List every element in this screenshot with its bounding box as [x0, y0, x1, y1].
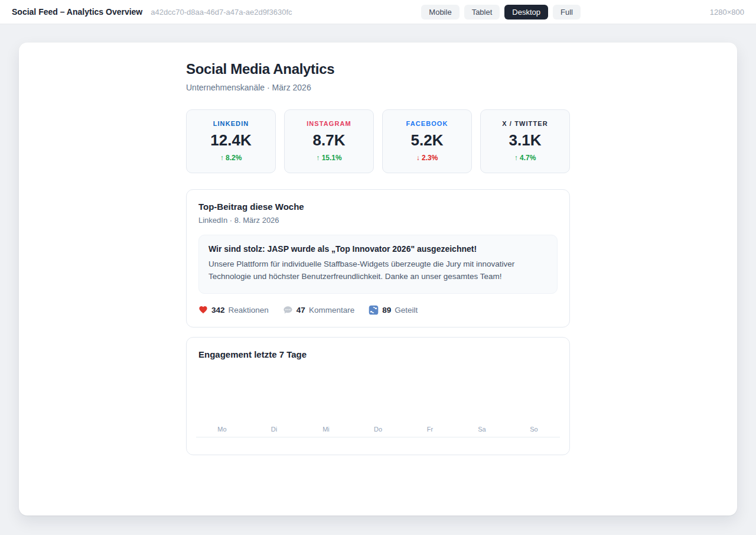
chart-day-label: Do	[352, 426, 404, 433]
follower-count: 3.1K	[484, 131, 566, 150]
trend-delta: ↑ 4.7%	[484, 154, 566, 162]
topbar: Social Feed – Analytics Overview a42dcc7…	[0, 0, 756, 24]
post-headline: Wir sind stolz: JASP wurde als „Top Inno…	[208, 244, 548, 254]
viewport-size-label: 1280×800	[710, 8, 744, 17]
platform-stat-card: FACEBOOK 5.2K ↓ 2.3%	[382, 109, 472, 173]
shares-count: 89	[382, 306, 391, 314]
chart-baseline	[196, 437, 560, 437]
chart-day-label: Sa	[456, 426, 508, 433]
shares-label: Geteilt	[395, 306, 418, 314]
trend-delta: ↓ 2.3%	[386, 154, 468, 162]
top-post-meta: LinkedIn · 8. März 2026	[198, 216, 558, 225]
platform-stats-row: LINKEDIN 12.4K ↑ 8.2% INSTAGRAM 8.7K ↑ 1…	[186, 109, 570, 173]
follower-count: 5.2K	[386, 131, 468, 150]
topbar-left: Social Feed – Analytics Overview a42dcc7…	[12, 7, 292, 17]
chart-day-label: So	[508, 426, 560, 433]
reactions-count: 342	[211, 306, 225, 314]
platform-name: INSTAGRAM	[288, 120, 370, 127]
chart-day-label: Di	[248, 426, 300, 433]
top-post-title: Top-Beitrag diese Woche	[198, 202, 558, 212]
comments-label: Kommentare	[309, 306, 354, 314]
engagement-chart-plot	[198, 359, 558, 426]
follower-count: 12.4K	[190, 131, 272, 150]
speech-bubble-icon	[283, 305, 293, 315]
analytics-content: Social Media Analytics Unternehmenskanäl…	[186, 43, 570, 455]
preview-frame: Social Media Analytics Unternehmenskanäl…	[19, 43, 737, 515]
platform-stat-card: X / TWITTER 3.1K ↑ 4.7%	[480, 109, 570, 173]
reactions-stat: 342 Reaktionen	[198, 305, 269, 314]
trend-delta: ↑ 8.2%	[190, 154, 272, 162]
session-id: a42dcc70-d8aa-46d7-a47a-ae2d9f3630fc	[151, 8, 292, 17]
engagement-title: Engagement letzte 7 Tage	[198, 349, 558, 359]
platform-name: FACEBOOK	[386, 120, 468, 127]
post-content-box: Wir sind stolz: JASP wurde als „Top Inno…	[198, 235, 558, 294]
comments-count: 47	[296, 306, 305, 314]
device-button-mobile[interactable]: Mobile	[421, 5, 459, 20]
reactions-label: Reaktionen	[229, 306, 269, 314]
device-button-desktop[interactable]: Desktop	[504, 5, 548, 20]
platform-stat-card: LINKEDIN 12.4K ↑ 8.2%	[186, 109, 276, 173]
chart-day-label: Mi	[300, 426, 352, 433]
post-body-text: Unsere Plattform für individuelle Staffb…	[208, 258, 548, 283]
chart-day-labels: Mo Di Mi Do Fr Sa So	[196, 426, 560, 433]
trend-delta: ↑ 15.1%	[288, 154, 370, 162]
platform-stat-card: INSTAGRAM 8.7K ↑ 15.1%	[284, 109, 374, 173]
app-title: Social Feed – Analytics Overview	[12, 7, 142, 17]
shares-stat: 89 Geteilt	[369, 305, 418, 315]
platform-name: LINKEDIN	[190, 120, 272, 127]
chart-day-label: Fr	[404, 426, 456, 433]
heart-icon	[198, 305, 208, 314]
device-button-full[interactable]: Full	[553, 5, 581, 20]
follower-count: 8.7K	[288, 131, 370, 150]
platform-name: X / TWITTER	[484, 120, 566, 127]
post-stats-row: 342 Reaktionen 47 Kommentare 89 Geteilt	[198, 305, 558, 315]
device-button-tablet[interactable]: Tablet	[464, 5, 500, 20]
chart-day-label: Mo	[196, 426, 248, 433]
top-post-panel: Top-Beitrag diese Woche LinkedIn · 8. Mä…	[186, 189, 570, 328]
circular-arrows-icon	[369, 305, 379, 315]
comments-stat: 47 Kommentare	[283, 305, 354, 315]
engagement-panel: Engagement letzte 7 Tage Mo Di Mi Do Fr …	[186, 337, 570, 455]
device-toggle-group: Mobile Tablet Desktop Full	[421, 5, 581, 20]
page-subtitle: Unternehmenskanäle · März 2026	[186, 83, 570, 92]
page-title: Social Media Analytics	[186, 61, 570, 77]
